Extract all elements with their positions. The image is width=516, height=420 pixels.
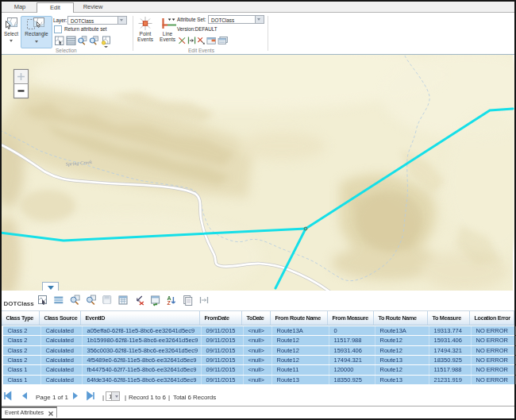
svg-text:Z: Z — [167, 300, 171, 306]
